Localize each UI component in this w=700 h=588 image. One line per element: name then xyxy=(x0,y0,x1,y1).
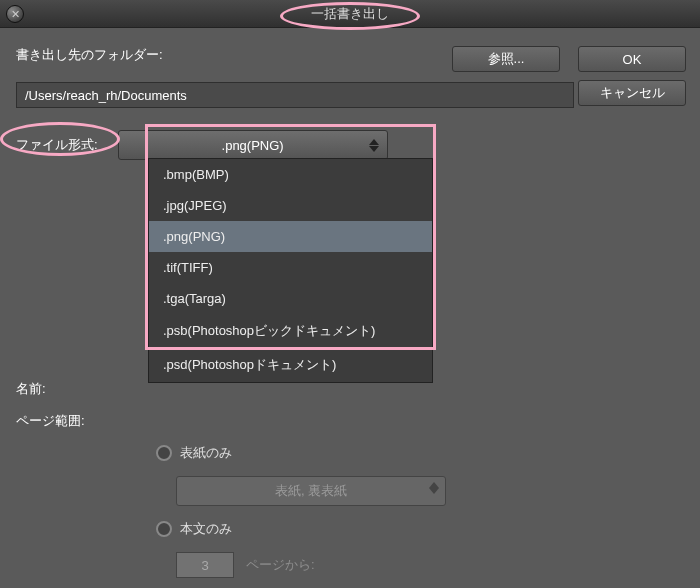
close-button[interactable]: ✕ xyxy=(6,5,24,23)
name-label: 名前: xyxy=(16,380,134,398)
page-from-label: ページから: xyxy=(246,556,315,574)
radio-cover-only-label: 表紙のみ xyxy=(180,444,232,462)
browse-button-label: 参照... xyxy=(488,50,525,68)
file-format-option[interactable]: .tga(Targa) xyxy=(149,283,432,314)
cancel-button-label: キャンセル xyxy=(600,84,665,102)
select-stepper-icon xyxy=(367,135,381,155)
title-bar: ✕ 一括書き出し xyxy=(0,0,700,28)
cover-select-disabled: 表紙, 裏表紙 xyxy=(176,476,446,506)
file-format-dropdown[interactable]: .bmp(BMP).jpg(JPEG).png(PNG).tif(TIFF).t… xyxy=(148,158,433,383)
radio-body-only-label: 本文のみ xyxy=(180,520,232,538)
close-icon: ✕ xyxy=(11,8,20,21)
page-from-input[interactable] xyxy=(176,552,234,578)
file-format-option[interactable]: .png(PNG) xyxy=(149,221,432,252)
file-format-option[interactable]: .bmp(BMP) xyxy=(149,159,432,190)
folder-path-input[interactable] xyxy=(16,82,574,108)
radio-body-only[interactable] xyxy=(156,521,172,537)
file-format-selected: .png(PNG) xyxy=(222,138,284,153)
file-format-option[interactable]: .psb(Photoshopビックドキュメント) xyxy=(149,314,432,348)
ok-button[interactable]: OK xyxy=(578,46,686,72)
file-format-label: ファイル形式: xyxy=(16,130,98,154)
dialog-title: 一括書き出し xyxy=(311,5,389,23)
page-range-label: ページ範囲: xyxy=(16,412,134,430)
browse-button[interactable]: 参照... xyxy=(452,46,560,72)
cancel-button[interactable]: キャンセル xyxy=(578,80,686,106)
file-format-option[interactable]: .tif(TIFF) xyxy=(149,252,432,283)
ok-button-label: OK xyxy=(623,52,642,67)
cover-select-label: 表紙, 裏表紙 xyxy=(275,482,347,500)
file-format-option[interactable]: .psd(Photoshopドキュメント) xyxy=(149,348,432,382)
radio-cover-only[interactable] xyxy=(156,445,172,461)
file-format-option[interactable]: .jpg(JPEG) xyxy=(149,190,432,221)
file-format-select[interactable]: .png(PNG) xyxy=(118,130,388,160)
